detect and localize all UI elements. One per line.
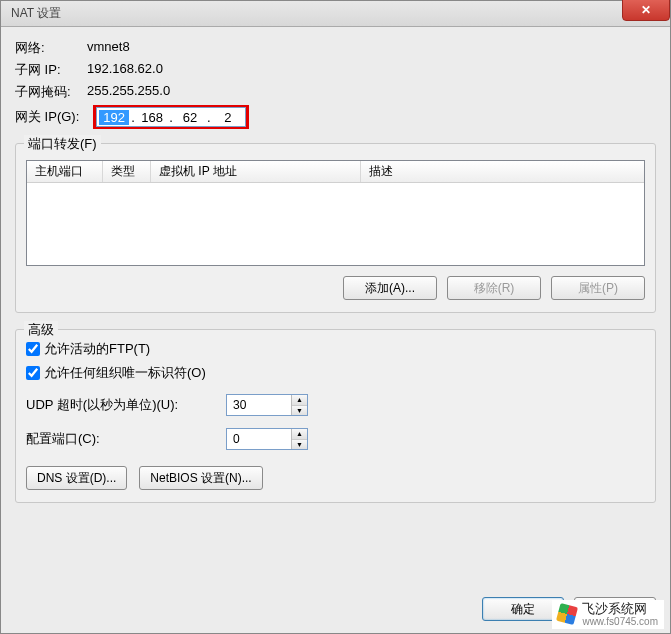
col-description[interactable]: 描述 (361, 161, 644, 182)
watermark-text: 飞沙系统网 www.fs0745.com (582, 602, 658, 627)
subnet-mask-row: 子网掩码: 255.255.255.0 (15, 83, 656, 101)
config-port-row: 配置端口(C): ▲ ▼ (26, 428, 645, 450)
dialog-content: 网络: vmnet8 子网 IP: 192.168.62.0 子网掩码: 255… (1, 27, 670, 531)
col-host-port[interactable]: 主机端口 (27, 161, 103, 182)
udp-timeout-spinner[interactable]: ▲ ▼ (226, 394, 308, 416)
col-type[interactable]: 类型 (103, 161, 151, 182)
udp-timeout-row: UDP 超时(以秒为单位)(U): ▲ ▼ (26, 394, 645, 416)
col-vm-ip[interactable]: 虚拟机 IP 地址 (151, 161, 361, 182)
ip-dot: . (205, 110, 213, 125)
gateway-row: 网关 IP(G): 192 . 168 . 62 . 2 (15, 105, 656, 129)
allow-ftp-row: 允许活动的FTP(T) (26, 340, 645, 358)
spin-up-icon[interactable]: ▲ (292, 429, 307, 440)
subnet-ip-value: 192.168.62.0 (87, 61, 163, 79)
advanced-legend: 高级 (24, 321, 58, 339)
port-forward-buttons: 添加(A)... 移除(R) 属性(P) (26, 276, 645, 300)
gateway-highlight-box: 192 . 168 . 62 . 2 (93, 105, 249, 129)
spin-up-icon[interactable]: ▲ (292, 395, 307, 406)
spin-down-icon[interactable]: ▼ (292, 406, 307, 416)
allow-oui-checkbox[interactable] (26, 366, 40, 380)
config-port-input[interactable] (227, 429, 291, 449)
port-forwarding-legend: 端口转发(F) (24, 135, 101, 153)
subnet-mask-label: 子网掩码: (15, 83, 87, 101)
ip-octet-3[interactable]: 62 (175, 110, 205, 125)
allow-oui-row: 允许任何组织唯一标识符(O) (26, 364, 645, 382)
watermark: 飞沙系统网 www.fs0745.com (552, 600, 664, 629)
close-icon: ✕ (641, 3, 651, 17)
gateway-ip-input[interactable]: 192 . 168 . 62 . 2 (96, 107, 246, 127)
ip-octet-2[interactable]: 168 (137, 110, 167, 125)
spin-down-icon[interactable]: ▼ (292, 440, 307, 450)
watermark-name: 飞沙系统网 (582, 602, 658, 616)
advanced-group: 高级 允许活动的FTP(T) 允许任何组织唯一标识符(O) UDP 超时(以秒为… (15, 329, 656, 503)
gateway-label: 网关 IP(G): (15, 108, 93, 126)
subnet-ip-row: 子网 IP: 192.168.62.0 (15, 61, 656, 79)
allow-oui-label: 允许任何组织唯一标识符(O) (44, 364, 206, 382)
network-value: vmnet8 (87, 39, 130, 57)
spinner-buttons: ▲ ▼ (291, 429, 307, 449)
config-port-spinner[interactable]: ▲ ▼ (226, 428, 308, 450)
ip-dot: . (167, 110, 175, 125)
network-row: 网络: vmnet8 (15, 39, 656, 57)
window-title: NAT 设置 (11, 5, 61, 22)
config-port-label: 配置端口(C): (26, 430, 226, 448)
add-button[interactable]: 添加(A)... (343, 276, 437, 300)
subnet-ip-label: 子网 IP: (15, 61, 87, 79)
remove-button: 移除(R) (447, 276, 541, 300)
titlebar: NAT 设置 ✕ (1, 1, 670, 27)
close-button[interactable]: ✕ (622, 0, 670, 21)
watermark-logo-icon (556, 603, 578, 625)
ip-octet-4[interactable]: 2 (213, 110, 243, 125)
subnet-mask-value: 255.255.255.0 (87, 83, 170, 101)
ip-octet-1[interactable]: 192 (99, 110, 129, 125)
spinner-buttons: ▲ ▼ (291, 395, 307, 415)
udp-timeout-input[interactable] (227, 395, 291, 415)
watermark-url: www.fs0745.com (582, 616, 658, 627)
advanced-buttons: DNS 设置(D)... NetBIOS 设置(N)... (26, 466, 645, 490)
properties-button: 属性(P) (551, 276, 645, 300)
netbios-settings-button[interactable]: NetBIOS 设置(N)... (139, 466, 262, 490)
dns-settings-button[interactable]: DNS 设置(D)... (26, 466, 127, 490)
nat-settings-dialog: NAT 设置 ✕ 网络: vmnet8 子网 IP: 192.168.62.0 … (0, 0, 671, 634)
table-header: 主机端口 类型 虚拟机 IP 地址 描述 (27, 161, 644, 183)
network-label: 网络: (15, 39, 87, 57)
allow-ftp-checkbox[interactable] (26, 342, 40, 356)
port-forwarding-group: 端口转发(F) 主机端口 类型 虚拟机 IP 地址 描述 添加(A)... 移除… (15, 143, 656, 313)
udp-timeout-label: UDP 超时(以秒为单位)(U): (26, 396, 226, 414)
ip-dot: . (129, 110, 137, 125)
allow-ftp-label: 允许活动的FTP(T) (44, 340, 150, 358)
port-forwarding-table[interactable]: 主机端口 类型 虚拟机 IP 地址 描述 (26, 160, 645, 266)
